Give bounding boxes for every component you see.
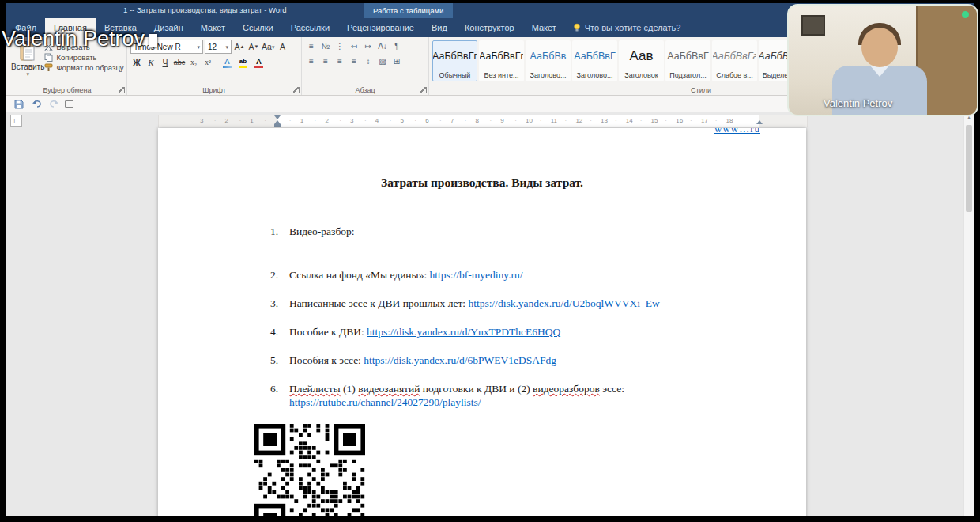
change-case-button[interactable]: Аа▾ xyxy=(262,40,274,53)
ruler-mark: 4 xyxy=(375,117,379,124)
ruler-mark: 12 xyxy=(575,117,582,124)
text-effects-button[interactable]: А xyxy=(220,56,234,69)
superscript-button[interactable]: х² xyxy=(202,56,214,69)
ruler-mark: 5 xyxy=(401,117,404,124)
list-item: 6.Плейлисты (1) видеозанятий подготовки … xyxy=(270,382,759,409)
save-button[interactable] xyxy=(13,99,25,110)
style-card[interactable]: АаБбВвГПодзагол... xyxy=(665,40,710,81)
dialog-launcher-icon[interactable] xyxy=(119,87,125,93)
list-number: 6. xyxy=(270,382,278,395)
clear-formatting-button[interactable]: А xyxy=(276,40,288,53)
ruler-mark: 1 xyxy=(250,117,253,124)
strikethrough-button[interactable]: abc xyxy=(173,56,186,69)
hyperlink[interactable]: https://disk.yandex.ru/d/YnxTPDThcE6HQQ xyxy=(367,326,560,338)
sort-icon[interactable]: А↓ xyxy=(376,40,389,52)
redo-button[interactable] xyxy=(47,99,60,110)
align-right-icon[interactable]: ≡ xyxy=(334,55,346,67)
shrink-font-button[interactable]: А▼ xyxy=(247,40,260,53)
subscript-button[interactable]: х₂ xyxy=(187,56,200,69)
ruler-mark: 13 xyxy=(601,117,608,124)
font-size-combobox[interactable]: 12▾ xyxy=(205,40,232,54)
tab-Рецензирование[interactable]: Рецензирование xyxy=(338,18,423,37)
contextual-tab-group[interactable]: Работа с таблицами xyxy=(364,3,453,18)
list-text: подготовки к ДВИ и (2) xyxy=(420,383,533,395)
webcam-person-face xyxy=(861,28,898,67)
webcam-overlay[interactable]: Valentin Petrov xyxy=(787,4,978,116)
copy-button[interactable]: Копировать xyxy=(44,53,123,62)
list-text: Пособия к эссе: xyxy=(289,354,364,366)
dialog-launcher-icon[interactable] xyxy=(420,87,427,93)
tab-Рассылки[interactable]: Рассылки xyxy=(282,18,338,37)
spellcheck-word: видеозанятий xyxy=(358,383,420,395)
pilcrow-icon[interactable]: ¶ xyxy=(390,40,403,52)
tell-me-box[interactable]: Что вы хотите сделать? xyxy=(573,18,681,37)
ruler-mark: 17 xyxy=(701,117,708,124)
font-size-value: 12 xyxy=(208,43,217,51)
borders-icon[interactable]: ⊞ xyxy=(390,55,403,67)
underline-button[interactable]: Ч xyxy=(159,56,172,69)
numbered-list-icon[interactable]: № xyxy=(319,40,332,52)
italic-button[interactable]: К xyxy=(145,56,157,69)
ruler-mark: 15 xyxy=(651,117,658,124)
ruler-mark: · xyxy=(640,117,643,124)
style-card[interactable]: АаБбВвЗаголово... xyxy=(526,40,571,81)
chevron-down-icon: ▾ xyxy=(26,72,29,76)
tab-stop-selector[interactable]: ∟ xyxy=(10,115,22,127)
qat-customize-button[interactable] xyxy=(65,100,74,108)
brush-icon xyxy=(44,63,53,72)
tab-Макет[interactable]: Макет xyxy=(523,18,565,37)
increase-indent-icon[interactable]: ↦ xyxy=(362,40,375,52)
list-text: Пособие к ДВИ: xyxy=(289,326,367,338)
style-card[interactable]: АаБбВвГЗаголово... xyxy=(572,40,617,81)
dialog-launcher-icon[interactable] xyxy=(293,87,300,93)
ruler-mark: 14 xyxy=(626,117,633,124)
shading-icon[interactable]: ▨ xyxy=(376,55,389,67)
right-indent-marker[interactable] xyxy=(756,120,763,124)
style-card[interactable]: АавЗаголовок xyxy=(619,40,664,81)
font-color-button[interactable]: А xyxy=(252,56,266,69)
list-item: 4.Пособие к ДВИ: https://disk.yandex.ru/… xyxy=(270,325,759,339)
horizontal-ruler[interactable]: 1·2·3·4·5·6·7·8·9·10·11·12·13·14·15·16·1… xyxy=(158,115,808,127)
hyperlink[interactable]: https://disk.yandex.ru/d/U2boqlWVVXi_Ew xyxy=(468,297,659,309)
style-card[interactable]: АаБбВвГгБез инте... xyxy=(479,40,524,81)
list-number: 4. xyxy=(270,325,278,339)
ruler-mark: · xyxy=(540,117,542,124)
decrease-indent-icon[interactable]: ↤ xyxy=(348,40,360,52)
tell-me-label: Что вы хотите сделать? xyxy=(585,23,681,32)
undo-button[interactable] xyxy=(30,99,43,110)
line-spacing-icon[interactable]: ↕ xyxy=(362,55,375,67)
tab-Макет[interactable]: Макет xyxy=(192,18,234,37)
format-painter-button[interactable]: Формат по образцу xyxy=(44,63,123,72)
format-painter-label: Формат по образцу xyxy=(56,63,123,72)
window-title: 1 -- Затраты производства, виды затрат -… xyxy=(123,6,287,14)
tab-Вид[interactable]: Вид xyxy=(423,18,456,37)
hyperlink[interactable]: https://bf-myediny.ru/ xyxy=(430,269,523,281)
justify-icon[interactable]: ≡ xyxy=(348,55,360,67)
bold-button[interactable]: Ж xyxy=(130,56,143,69)
first-line-indent-marker[interactable] xyxy=(274,115,281,119)
bullet-list-icon[interactable]: ≡ xyxy=(305,40,318,52)
vertical-scrollbar[interactable]: ▲ xyxy=(963,112,974,516)
scrollbar-thumb[interactable] xyxy=(966,125,972,212)
document-page[interactable]: www…ru Затраты производства. Виды затрат… xyxy=(158,128,806,516)
align-left-icon[interactable]: ≡ xyxy=(305,55,318,67)
list-text: эссе: xyxy=(600,383,624,395)
style-card[interactable]: АаБбВвГгСлабое в... xyxy=(712,40,757,81)
webcam-name-label: Valentin Petrov xyxy=(824,97,892,109)
clipped-hyperlink[interactable]: www…ru xyxy=(714,128,760,135)
tab-Конструктор[interactable]: Конструктор xyxy=(456,18,523,37)
ruler-mark: · xyxy=(264,117,266,124)
ruler-mark: · xyxy=(439,117,442,124)
tab-Ссылки[interactable]: Ссылки xyxy=(234,18,282,37)
style-card[interactable]: АаБбВвГгОбычный xyxy=(432,40,477,81)
hyperlink[interactable]: https://rutube.ru/channel/24027290/playl… xyxy=(289,396,481,408)
paragraph-group: ≡№⋮↤↦А↓¶ ≡≡≡≡↕▨⊞ Абзац xyxy=(302,37,429,95)
hyperlink[interactable]: https://disk.yandex.ru/d/6bPWEV1eDSAFdg xyxy=(364,354,556,366)
highlight-color-button[interactable]: ab xyxy=(236,56,250,69)
align-center-icon[interactable]: ≡ xyxy=(319,55,332,67)
multilevel-list-icon[interactable]: ⋮ xyxy=(334,40,346,52)
list-text: (1) xyxy=(341,383,359,395)
grow-font-button[interactable]: А▲ xyxy=(233,40,246,53)
list-text: Ссылка на фонд «Мы едины»: xyxy=(289,269,430,281)
left-indent-marker[interactable] xyxy=(274,124,281,127)
